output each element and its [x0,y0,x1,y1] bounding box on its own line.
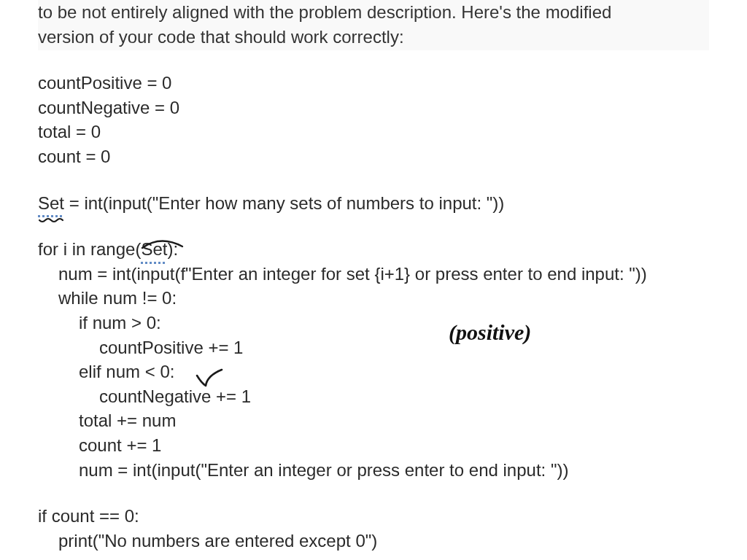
intro-line-2: version of your code that should work co… [38,27,404,47]
code-block: countPositive = 0 countNegative = 0 tota… [38,71,709,553]
code-line-set-assign: Set = int(input("Enter how many sets of … [38,191,709,216]
intro-line-1: to be not entirely aligned with the prob… [38,2,611,22]
code-line: countNegative += 1 [38,384,709,409]
code-line: if num > 0: [38,311,709,335]
code-line: countNegative = 0 [38,96,709,120]
code-line: if count == 0: [38,504,709,529]
blank-line [38,482,709,504]
code-line: num = int(input(f"Enter an integer for s… [38,262,709,287]
code-line: countPositive += 1 [38,335,709,360]
set-identifier: Set [38,191,64,216]
code-text: ): [167,239,178,259]
code-line: num = int(input("Enter an integer or pre… [38,458,709,483]
code-text: for i in range( [38,239,141,259]
code-line: total = 0 [38,120,709,144]
set-identifier: Set [141,237,167,262]
code-line: count += 1 [38,433,709,458]
annotation-positive: (positive) [449,317,531,348]
page-root: to be not entirely aligned with the prob… [0,0,747,553]
code-line: total += num [38,408,709,433]
code-line: elif num < 0: [38,359,709,384]
blank-line [38,169,709,191]
code-line: countPositive = 0 [38,71,709,96]
blank-line [38,215,709,237]
code-text: = int(input("Enter how many sets of numb… [64,193,504,213]
code-line: count = 0 [38,144,709,169]
code-line: while num != 0: [38,286,709,311]
code-line-for: for i in range(Set): [38,237,709,262]
code-line: print("No numbers are entered except 0") [38,529,709,553]
intro-paragraph: to be not entirely aligned with the prob… [38,0,709,50]
